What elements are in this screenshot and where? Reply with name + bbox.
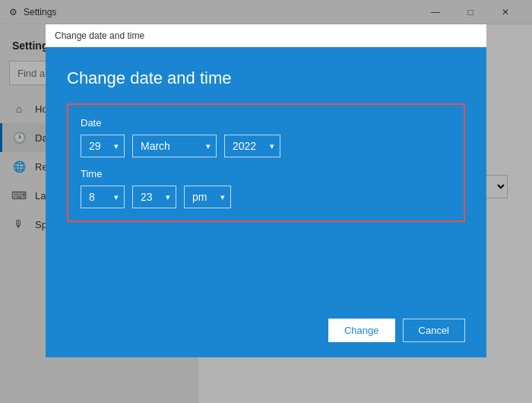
- year-select[interactable]: 2020 2021 2022 2023 2024: [224, 135, 280, 157]
- date-label: Date: [81, 117, 451, 129]
- change-datetime-dialog: Change date and time Date 29 123 283031: [46, 47, 486, 357]
- date-dropdowns-row: 29 123 283031 ▾ January February Marc: [81, 135, 451, 157]
- hour-dropdown-wrapper: 123 456 789 101112 ▾: [81, 186, 125, 208]
- time-label: Time: [81, 168, 451, 179]
- dialog-titlebar-label: Change date and time: [55, 30, 144, 41]
- ampm-select[interactable]: am pm: [184, 186, 231, 208]
- change-button[interactable]: Change: [328, 319, 395, 342]
- time-section: Time 123 456 789 101112 ▾: [81, 168, 451, 208]
- dialog-title-bar: Change date and time: [46, 24, 486, 47]
- dialog-buttons: Change Cancel: [67, 319, 465, 342]
- hour-select[interactable]: 123 456 789 101112: [81, 186, 125, 208]
- month-dropdown-wrapper: January February March April May June Ju…: [132, 135, 217, 157]
- minute-dropdown-wrapper: 000105 101520 233045 59 ▾: [132, 186, 176, 208]
- date-section: Date 29 123 283031 ▾: [81, 117, 451, 157]
- date-time-fields-area: Date 29 123 283031 ▾: [67, 103, 465, 222]
- day-select[interactable]: 29 123 283031: [81, 135, 125, 157]
- cancel-button[interactable]: Cancel: [403, 319, 465, 342]
- dialog-overlay: Change date and time Change date and tim…: [0, 0, 532, 403]
- ampm-dropdown-wrapper: am pm ▾: [184, 186, 231, 208]
- time-dropdowns-row: 123 456 789 101112 ▾ 000105 101520: [81, 186, 451, 208]
- dialog-heading: Change date and time: [67, 68, 465, 88]
- day-dropdown-wrapper: 29 123 283031 ▾: [81, 135, 125, 157]
- settings-window: ⚙ Settings — □ ✕ Settings 🔍 ⌂ Home 🕐 Dat…: [0, 0, 532, 403]
- year-dropdown-wrapper: 2020 2021 2022 2023 2024 ▾: [224, 135, 280, 157]
- minute-select[interactable]: 000105 101520 233045 59: [132, 186, 176, 208]
- month-select[interactable]: January February March April May June Ju…: [132, 135, 217, 157]
